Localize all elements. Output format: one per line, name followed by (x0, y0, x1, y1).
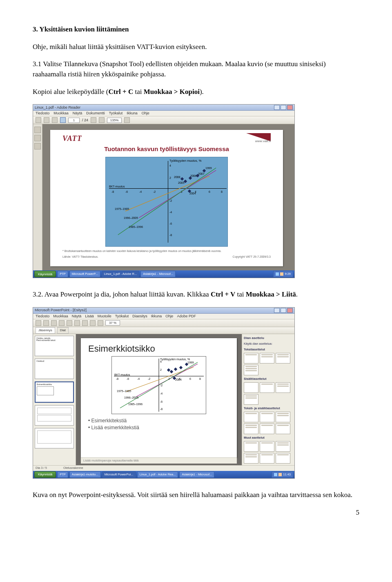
snapshot-icon[interactable] (60, 117, 66, 123)
print-icon[interactable] (59, 320, 65, 326)
menu-item[interactable]: Näytä (72, 314, 82, 319)
layout-thumb[interactable] (276, 382, 290, 393)
maximize-icon[interactable] (281, 308, 286, 313)
zoom-in-icon[interactable] (99, 117, 105, 123)
menu-item[interactable]: Adobe PDF (177, 314, 196, 319)
slide-thumb[interactable]: Otsikko, tekstiä..Pieni esimerkki teksti (35, 336, 74, 356)
pages-icon[interactable] (34, 127, 41, 133)
menu-item[interactable]: Muotoile (98, 314, 111, 319)
layout-thumb[interactable] (244, 453, 258, 464)
body-placeholder[interactable]: Esimerkkitekstiä Lisää esimerkkitekstiä (88, 417, 229, 432)
layout-thumb[interactable] (260, 441, 274, 452)
menu-item[interactable]: Ikkuna (151, 314, 162, 319)
layout-thumb[interactable] (244, 382, 258, 393)
slide-editor[interactable]: Esimerkkiotsikko Työllisyyden muutos, % … (76, 334, 242, 465)
layout-thumb[interactable] (276, 424, 290, 434)
page-number-input[interactable]: 1 (68, 118, 80, 123)
minimize-icon[interactable] (274, 308, 280, 313)
taskbar-button[interactable]: PTP (57, 471, 68, 478)
menu-item[interactable]: Tiedosto (36, 111, 49, 116)
close-icon[interactable] (287, 105, 293, 110)
system-tray[interactable]: 9:29 (273, 271, 293, 277)
close-icon[interactable] (287, 308, 293, 313)
point-label: 2007 (198, 172, 205, 176)
slide-canvas[interactable]: Esimerkkiotsikko Työllisyyden muutos, % … (81, 338, 237, 457)
save-icon[interactable] (51, 320, 57, 326)
windows-taskbar: Käynnistä PTP Microsoft PowerP... Linux_… (33, 270, 294, 278)
layout-thumb[interactable] (260, 353, 274, 363)
layout-thumb[interactable] (276, 353, 290, 363)
menu-item[interactable]: Muokkaa (53, 111, 69, 116)
redo-icon[interactable] (98, 320, 103, 326)
task-pane-link[interactable]: Käytä dian asettelua: (244, 342, 293, 346)
slide-thumb[interactable]: Otsikko2 (35, 359, 74, 379)
menu-item[interactable]: Lisää (85, 314, 94, 319)
start-button[interactable]: Käynnistä (34, 271, 56, 277)
save-icon[interactable] (44, 117, 49, 123)
taskbar-button[interactable]: Linux_1.pdf - Adobe Rea... (137, 471, 178, 478)
layout-thumb[interactable] (260, 424, 274, 434)
menu-item[interactable]: Ikkuna (127, 111, 138, 116)
open-icon[interactable] (43, 320, 49, 326)
layout-thumb[interactable] (244, 441, 258, 452)
menu-item[interactable]: Ohje (142, 111, 149, 116)
layout-grid (244, 412, 293, 434)
layout-thumb[interactable] (260, 453, 274, 464)
menu-item[interactable]: Ohje (165, 314, 173, 319)
layout-thumb[interactable] (244, 394, 258, 405)
minimize-icon[interactable] (274, 105, 280, 110)
hand-icon[interactable] (52, 117, 58, 123)
find-icon[interactable] (124, 117, 130, 123)
layout-thumb[interactable] (276, 441, 290, 452)
layout-thumb[interactable] (276, 453, 290, 464)
undo-icon[interactable] (90, 320, 96, 326)
menu-item[interactable]: Työkalut (109, 111, 123, 116)
paste-icon[interactable] (82, 320, 88, 326)
attachments-icon[interactable] (34, 143, 41, 149)
menu-item[interactable]: Muokkaa (53, 314, 68, 319)
slide-thumb-selected[interactable]: Esimerkkiotsikko (35, 381, 74, 403)
taskbar-button[interactable]: Microsoft PowerPoi... (102, 471, 136, 478)
taskbar-button[interactable]: Asiakirja1-muistio... (69, 471, 101, 478)
zoom-input[interactable]: 135% (107, 118, 122, 123)
tab-outline[interactable]: Jäsennys (36, 327, 55, 334)
snapshot-selection[interactable]: Työllisyyden muutos, % BKT-muutos 4 2 -2… (105, 157, 228, 247)
menu-item[interactable]: Dokumentti (86, 111, 105, 116)
menu-item[interactable]: Tiedosto (36, 314, 49, 319)
zoom-input[interactable]: 37 % (105, 320, 120, 326)
layout-thumb[interactable] (244, 365, 258, 375)
slide-title-placeholder[interactable]: Esimerkkiotsikko (88, 342, 229, 355)
taskbar-button[interactable]: Linux_1.pdf - Adobe R... (102, 271, 139, 277)
layout-thumb[interactable] (244, 353, 258, 363)
menu-item[interactable]: Näytä (73, 111, 82, 116)
taskbar-button[interactable]: PTP (57, 271, 68, 277)
layout-thumb[interactable] (276, 412, 290, 422)
layout-thumb[interactable] (260, 382, 274, 393)
system-tray[interactable]: 11:43 (272, 471, 293, 478)
taskbar-button[interactable]: Asiakirja1 - Microsof... (140, 271, 176, 277)
zoom-out-icon[interactable] (91, 117, 96, 123)
maximize-icon[interactable] (281, 105, 286, 110)
slide-thumb[interactable] (35, 428, 74, 448)
layout-thumb[interactable] (244, 412, 258, 422)
taskbar-button[interactable]: Asiakirja1 - Microsof... (179, 471, 214, 478)
menu-item[interactable]: Diaesitys (132, 314, 147, 319)
pasted-chart-image[interactable]: Työllisyyden muutos, % BKT-muutos 1999 2… (111, 356, 206, 414)
layout-thumb[interactable] (260, 412, 274, 422)
bookmarks-icon[interactable] (34, 135, 41, 141)
print-icon[interactable] (36, 117, 41, 123)
copy-icon[interactable] (74, 320, 80, 326)
bullet-2: Lisää esimerkkitekstiä (88, 424, 229, 431)
new-icon[interactable] (36, 320, 41, 326)
ctrl-c-shortcut: Ctrl + C (109, 88, 134, 96)
tab-slides[interactable]: Diat (57, 327, 69, 334)
powerpoint-screenshot: Microsoft PowerPoint - [Esitys2] Tiedost… (33, 307, 295, 479)
menu-item[interactable]: Työkalut (115, 314, 129, 319)
notes-pane[interactable]: Lisää muistiinpanoja napsauttamalla tätä (81, 457, 237, 464)
start-button[interactable]: Käynnistä (34, 471, 56, 478)
cut-icon[interactable] (67, 320, 72, 326)
slide-thumb[interactable] (35, 405, 74, 426)
layout-thumb[interactable] (244, 424, 258, 434)
taskbar-button[interactable]: Microsoft PowerP... (69, 271, 100, 277)
chart-source: Lähde: VATT/ Tilastokeskus. (62, 255, 98, 259)
